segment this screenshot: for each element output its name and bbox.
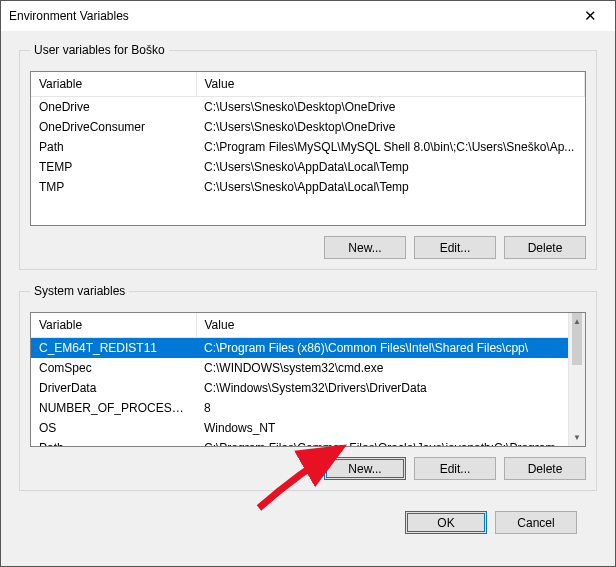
table-row[interactable]: NUMBER_OF_PROCESSORS8: [31, 398, 585, 418]
table-row[interactable]: TEMPC:\Users\Snesko\AppData\Local\Temp: [31, 157, 585, 177]
system-edit-button[interactable]: Edit...: [414, 457, 496, 480]
column-header-variable[interactable]: Variable: [31, 313, 196, 338]
scrollbar[interactable]: ▲ ▼: [568, 313, 585, 446]
close-icon[interactable]: ✕: [574, 3, 607, 29]
scroll-up-icon[interactable]: ▲: [569, 313, 585, 330]
system-delete-button[interactable]: Delete: [504, 457, 586, 480]
scroll-down-icon[interactable]: ▼: [569, 429, 585, 446]
column-header-value[interactable]: Value: [196, 72, 585, 97]
system-variables-table[interactable]: Variable Value C_EM64T_REDIST11C:\Progra…: [30, 312, 586, 447]
table-row[interactable]: OneDriveC:\Users\Snesko\Desktop\OneDrive: [31, 97, 585, 118]
user-delete-button[interactable]: Delete: [504, 236, 586, 259]
user-variables-group: User variables for Boško Variable Value …: [19, 43, 597, 270]
column-header-variable[interactable]: Variable: [31, 72, 196, 97]
ok-button[interactable]: OK: [405, 511, 487, 534]
table-row[interactable]: DriverDataC:\Windows\System32\Drivers\Dr…: [31, 378, 585, 398]
table-row[interactable]: OSWindows_NT: [31, 418, 585, 438]
user-variables-legend: User variables for Boško: [30, 43, 169, 57]
table-row[interactable]: PathC:\Program Files\Common Files\Oracle…: [31, 438, 585, 447]
user-edit-button[interactable]: Edit...: [414, 236, 496, 259]
table-row[interactable]: C_EM64T_REDIST11C:\Program Files (x86)\C…: [31, 338, 585, 359]
table-row[interactable]: PathC:\Program Files\MySQL\MySQL Shell 8…: [31, 137, 585, 157]
table-row[interactable]: OneDriveConsumerC:\Users\Snesko\Desktop\…: [31, 117, 585, 137]
system-variables-group: System variables Variable Value C_EM64T_…: [19, 284, 597, 491]
environment-variables-dialog: Environment Variables ✕ User variables f…: [0, 0, 616, 567]
window-title: Environment Variables: [9, 9, 574, 23]
column-header-value[interactable]: Value: [196, 313, 585, 338]
titlebar: Environment Variables ✕: [1, 1, 615, 31]
user-variables-table[interactable]: Variable Value OneDriveC:\Users\Snesko\D…: [30, 71, 586, 226]
user-new-button[interactable]: New...: [324, 236, 406, 259]
table-row[interactable]: TMPC:\Users\Snesko\AppData\Local\Temp: [31, 177, 585, 197]
system-variables-legend: System variables: [30, 284, 129, 298]
table-row[interactable]: ComSpecC:\WINDOWS\system32\cmd.exe: [31, 358, 585, 378]
system-new-button[interactable]: New...: [324, 457, 406, 480]
cancel-button[interactable]: Cancel: [495, 511, 577, 534]
